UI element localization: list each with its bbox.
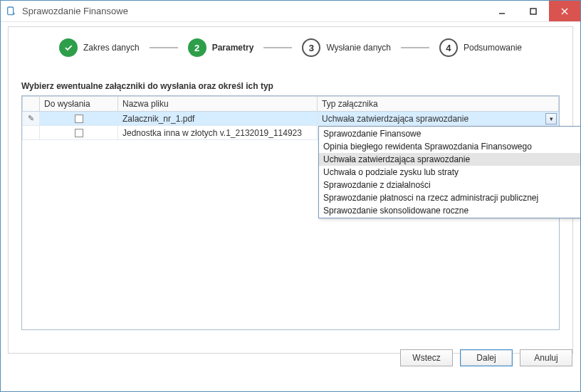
cell-filename[interactable]: Zalacznik_nr_1.pdf [118, 112, 318, 126]
step-2: 2 Parametry [188, 38, 254, 57]
step-1-done-icon [59, 38, 78, 57]
dropdown-item[interactable]: Opinia biegłego rewidenta Sprawozdania F… [319, 140, 581, 153]
step-separator [263, 47, 292, 48]
svg-rect-2 [530, 9, 536, 14]
cell-send[interactable] [40, 126, 118, 140]
wizard-steps: Zakres danych 2 Parametry 3 Wysłanie dan… [21, 38, 560, 57]
send-checkbox[interactable] [75, 129, 83, 137]
titlebar: Sprawozdanie Finansowe [1, 1, 580, 22]
step-4-label: Podsumowanie [464, 43, 522, 53]
section-title: Wybierz ewentualne załączniki do wysłani… [21, 81, 560, 91]
dropdown-item[interactable]: Sprawozdanie skonsolidowane roczne [319, 204, 581, 217]
row-marker [23, 126, 40, 140]
app-icon [5, 5, 18, 18]
col-send-header[interactable]: Do wysłania [40, 97, 118, 112]
pencil-icon: ✎ [28, 114, 34, 123]
send-checkbox[interactable] [75, 115, 83, 123]
dropdown-item[interactable]: Sprawozdanie Finansowe [319, 127, 581, 140]
cancel-button[interactable]: Anuluj [520, 349, 572, 366]
table-row[interactable]: ✎ Zalacznik_nr_1.pdf Uchwała zatwierdzaj… [23, 112, 559, 126]
step-1: Zakres danych [59, 38, 140, 57]
step-3-number: 3 [302, 38, 320, 57]
svg-rect-0 [8, 7, 14, 15]
step-4-number: 4 [439, 38, 458, 57]
step-2-label: Parametry [212, 43, 254, 53]
footer-buttons: Wstecz Dalej Anuluj [400, 349, 572, 366]
step-separator [401, 47, 429, 48]
attachments-grid: Do wysłania Nazwa pliku Typ załącznika ✎… [21, 95, 560, 330]
next-button[interactable]: Dalej [460, 349, 513, 366]
wizard-panel: Zakres danych 2 Parametry 3 Wysłanie dan… [8, 26, 573, 354]
dropdown-item[interactable]: Sprawozdanie z działalności [319, 179, 581, 191]
step-2-number: 2 [188, 38, 206, 57]
step-3: 3 Wysłanie danych [302, 38, 391, 57]
col-name-header[interactable]: Nazwa pliku [118, 97, 318, 112]
cell-send[interactable] [40, 112, 118, 126]
step-4: 4 Podsumowanie [439, 38, 522, 57]
step-1-label: Zakres danych [83, 43, 140, 53]
back-button[interactable]: Wstecz [400, 349, 453, 366]
row-edit-marker: ✎ [23, 112, 40, 126]
minimize-button[interactable] [486, 1, 518, 21]
type-dropdown[interactable]: Sprawozdanie Finansowe Opinia biegłego r… [318, 126, 581, 218]
dropdown-item[interactable]: Uchwała zatwierdzająca sprawozdanie [319, 153, 581, 166]
col-type-header[interactable]: Typ załącznika [318, 97, 559, 112]
step-3-label: Wysłanie danych [326, 43, 391, 53]
cell-type-text: Uchwała zatwierdzająca sprawozdanie [322, 114, 469, 124]
maximize-button[interactable] [518, 1, 549, 21]
step-separator [150, 47, 178, 48]
cell-type[interactable]: Uchwała zatwierdzająca sprawozdanie ▾ [318, 112, 559, 126]
dropdown-item[interactable]: Uchwała o podziale zysku lub straty [319, 166, 581, 179]
col-marker-header [23, 97, 40, 112]
cell-filename[interactable]: Jednostka inna w złotych v.1_2132019_114… [118, 126, 318, 140]
window-title: Sprawozdanie Finansowe [22, 6, 486, 16]
close-button[interactable] [549, 1, 580, 21]
dropdown-item[interactable]: Sprawozdanie płatnosci na rzecz administ… [319, 191, 581, 204]
dropdown-toggle[interactable]: ▾ [545, 113, 557, 125]
